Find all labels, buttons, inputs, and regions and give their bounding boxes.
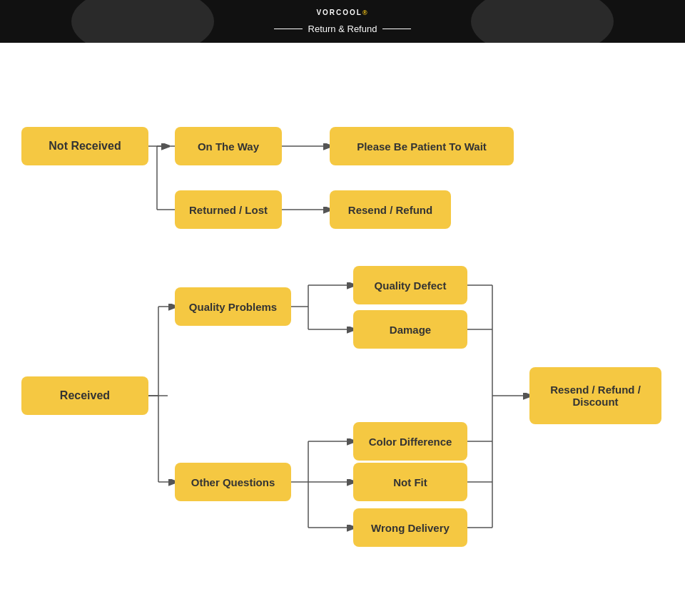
color-difference-node: Color Difference xyxy=(353,422,467,461)
please-be-patient-node: Please Be Patient To Wait xyxy=(330,127,514,165)
page-header: VORCOOL® Return & Refund xyxy=(0,0,685,43)
on-the-way-node: On The Way xyxy=(175,127,282,165)
quality-defect-node: Quality Defect xyxy=(353,266,467,304)
not-received-node: Not Received xyxy=(21,127,148,165)
received-node: Received xyxy=(21,376,148,415)
other-questions-node: Other Questions xyxy=(175,463,291,501)
damage-node: Damage xyxy=(353,310,467,349)
returned-lost-node: Returned / Lost xyxy=(175,190,282,229)
header-decoration-right xyxy=(471,0,614,43)
brand-trademark: ® xyxy=(362,9,369,16)
resend-refund-node: Resend / Refund xyxy=(330,190,451,229)
quality-problems-node: Quality Problems xyxy=(175,287,291,326)
not-fit-node: Not Fit xyxy=(353,463,467,501)
brand-logo: VORCOOL® xyxy=(316,9,368,24)
flowchart-area: Not Received On The Way Please Be Patien… xyxy=(0,43,685,616)
brand-name: VORCOOL xyxy=(316,9,362,16)
page-title: Return & Refund xyxy=(274,24,412,34)
header-decoration-left xyxy=(71,0,214,43)
wrong-delivery-node: Wrong Delivery xyxy=(353,508,467,547)
resend-refund-discount-node: Resend / Refund / Discount xyxy=(529,367,661,424)
